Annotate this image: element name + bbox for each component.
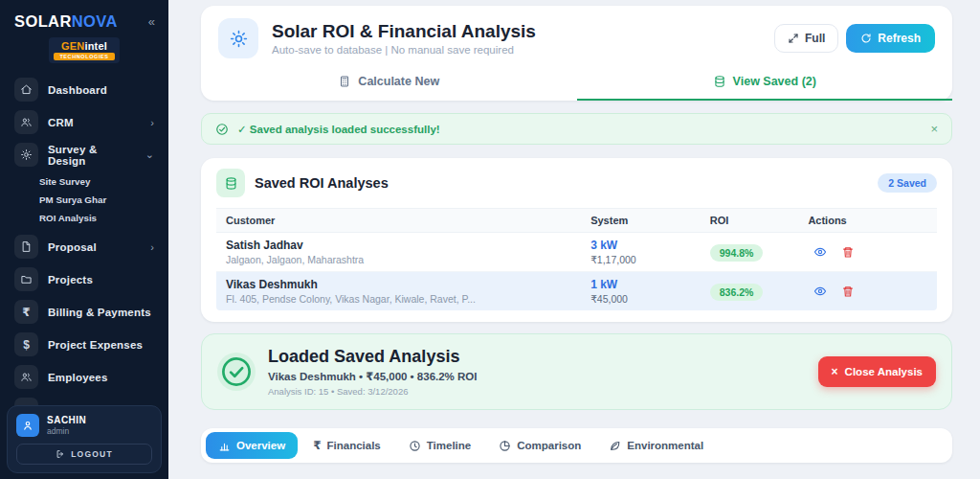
sidebar-subitem-roi-analysis[interactable]: ROI Analysis (10, 209, 159, 227)
sidebar-item-label: Billing & Payments (48, 307, 154, 318)
page-subtitle: Auto-save to database | No manual save r… (272, 44, 536, 56)
sidebar-subitem-site-survey[interactable]: Site Survey (10, 172, 159, 191)
roi-cell: 836.2% (710, 283, 809, 301)
sidebar-item-billing-payments[interactable]: ₹ Billing & Payments (10, 296, 159, 328)
sidebar-item-survey-design[interactable]: Survey & Design ⌄ (10, 139, 159, 171)
table-row-selected[interactable]: Vikas Deshmukh Fl. 405, Pendse Colony, V… (216, 272, 937, 310)
system-cell: 3 kW ₹1,17,000 (590, 239, 710, 265)
sun-icon (218, 18, 258, 58)
sidebar-item-dashboard[interactable]: Dashboard (10, 74, 159, 105)
logo-part2: NOVA (72, 12, 118, 30)
rupee-icon: ₹ (14, 300, 38, 324)
chevron-right-icon: › (150, 117, 154, 128)
refresh-label: Refresh (878, 32, 921, 45)
user-card: SACHIN admin LOGOUT (7, 405, 162, 473)
user-name: SACHIN (47, 415, 86, 425)
sidebar-item-crm[interactable]: CRM › (10, 106, 159, 138)
file-icon (14, 235, 38, 259)
system-price: ₹45,000 (590, 293, 710, 305)
database-icon (216, 169, 245, 197)
delete-icon[interactable] (841, 285, 855, 298)
chevron-right-icon: › (150, 241, 154, 253)
sidebar-item-label: Project Expenses (48, 339, 154, 351)
alert-message: ✓ Saved analysis loaded successfully! (237, 123, 922, 136)
system-price: ₹1,17,000 (590, 254, 710, 265)
sidebar-item-project-expenses[interactable]: $ Project Expenses (10, 329, 159, 360)
saved-count-badge: 2 Saved (878, 173, 937, 193)
tab-calculate-new[interactable]: Calculate New (201, 66, 577, 101)
logout-button[interactable]: LOGOUT (16, 444, 152, 465)
dollar-icon: $ (14, 332, 38, 356)
pie-chart-icon (499, 440, 511, 452)
view-icon[interactable] (813, 245, 827, 259)
refresh-icon (860, 33, 872, 44)
saved-analyses-table: Customer System ROI Actions Satish Jadha… (216, 208, 937, 310)
tab-view-saved[interactable]: View Saved (2) (577, 66, 953, 101)
customer-cell: Vikas Deshmukh Fl. 405, Pendse Colony, V… (226, 278, 590, 305)
success-alert: ✓ Saved analysis loaded successfully! × (201, 113, 952, 145)
header-top: Solar ROI & Financial Analysis Auto-save… (201, 6, 952, 66)
column-header-actions: Actions (808, 215, 927, 226)
database-icon (713, 75, 726, 88)
sidebar-item-projects[interactable]: Projects (10, 263, 159, 295)
refresh-button[interactable]: Refresh (846, 24, 935, 53)
customer-name: Satish Jadhav (226, 239, 590, 252)
folder-icon (14, 267, 38, 291)
system-size: 3 kW (590, 239, 710, 252)
view-icon[interactable] (813, 285, 827, 298)
loaded-analysis-banner: Loaded Saved Analysis Vikas Deshmukh • ₹… (201, 333, 952, 410)
tab-label: Environmental (627, 440, 703, 451)
tab-environmental[interactable]: Environmental (596, 432, 716, 459)
user-role: admin (47, 426, 86, 436)
home-icon (14, 78, 38, 102)
roi-cell: 994.8% (710, 243, 809, 262)
tab-overview[interactable]: Overview (206, 432, 298, 459)
app-logo: SOLARNOVA (14, 12, 118, 31)
sidebar-nav: Dashboard CRM › Survey & Design ⌄ Site S… (0, 71, 168, 425)
tab-label: Overview (236, 440, 285, 451)
survey-submenu: Site Survey PM Surya Ghar ROI Analysis (10, 171, 159, 230)
logout-label: LOGOUT (71, 449, 113, 459)
sidebar-item-employees[interactable]: Employees (10, 361, 159, 393)
close-analysis-label: Close Analysis (845, 366, 923, 377)
logo-part1: SOLAR (14, 12, 72, 30)
sidebar-item-label: Proposal (48, 241, 141, 253)
column-header-customer: Customer (226, 215, 590, 226)
tab-timeline[interactable]: Timeline (396, 432, 483, 459)
sidebar-subitem-pm-surya-ghar[interactable]: PM Surya Ghar (10, 191, 159, 209)
tab-label: Timeline (427, 440, 471, 451)
expand-icon (788, 33, 799, 44)
sun-icon (14, 143, 38, 167)
customer-cell: Satish Jadhav Jalgaon, Jalgaon, Maharash… (226, 239, 590, 265)
full-button[interactable]: Full (774, 24, 838, 53)
users-icon (14, 110, 38, 134)
logo-row: SOLARNOVA « (0, 0, 168, 34)
tab-financials[interactable]: ₹ Financials (301, 432, 393, 459)
user-row: SACHIN admin (16, 414, 152, 437)
tab-comparison[interactable]: Comparison (486, 432, 593, 459)
loaded-analysis-subtitle: Vikas Deshmukh • ₹45,000 • 836.2% ROI (268, 370, 477, 383)
customer-address: Fl. 405, Pendse Colony, Vikas Nagar, Kiw… (226, 293, 590, 305)
header-card: Solar ROI & Financial Analysis Auto-save… (201, 6, 952, 101)
roi-badge: 994.8% (710, 244, 764, 262)
leaf-icon (609, 440, 621, 452)
user-avatar-icon (16, 414, 39, 437)
sidebar-item-label: Survey & Design (48, 144, 136, 167)
table-row[interactable]: Satish Jadhav Jalgaon, Jalgaon, Maharash… (216, 233, 937, 272)
genintel-brand-badge: GENintel TECHNOLOGIES (49, 37, 120, 63)
alert-close-icon[interactable]: × (930, 122, 938, 136)
roi-badge: 836.2% (710, 284, 764, 301)
sidebar: SOLARNOVA « GENintel TECHNOLOGIES Dashbo… (0, 0, 168, 479)
tab-label: Comparison (517, 440, 581, 451)
close-analysis-button[interactable]: × Close Analysis (818, 356, 936, 387)
customer-address: Jalgaon, Jalgaon, Maharashtra (226, 254, 590, 265)
sidebar-collapse-icon[interactable]: « (148, 14, 155, 29)
sidebar-item-proposal[interactable]: Proposal › (10, 231, 159, 262)
delete-icon[interactable] (841, 245, 855, 259)
system-size: 1 kW (590, 278, 710, 291)
rupee-icon: ₹ (313, 439, 321, 452)
tab-label: Calculate New (358, 75, 439, 88)
loaded-analysis-title: Loaded Saved Analysis (268, 347, 477, 367)
users-icon (14, 365, 38, 389)
main-content: Solar ROI & Financial Analysis Auto-save… (168, 0, 980, 479)
